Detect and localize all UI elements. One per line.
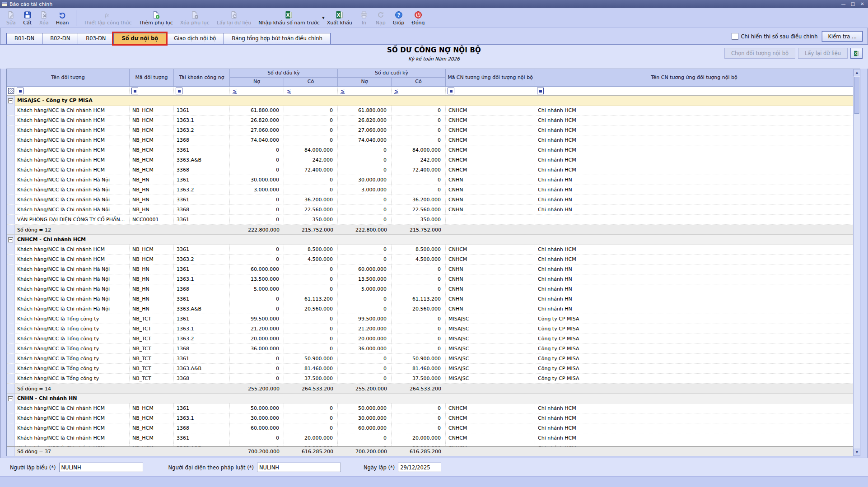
filter-button-icon[interactable] (448, 88, 454, 94)
filter-funnel-icon[interactable] (8, 88, 14, 94)
close-button[interactable]: ✕ (859, 1, 866, 7)
toolbar-button-cat[interactable]: Cất (19, 9, 36, 27)
tab-2[interactable]: B02-DN (42, 33, 78, 44)
maximize-button[interactable]: □ (849, 1, 857, 7)
filter-operator-icon[interactable]: ≤ (341, 88, 345, 94)
table-row[interactable]: Khách hàng/NCC là Chi nhánh HCMNB_HCM136… (7, 404, 853, 413)
export-excel-button[interactable]: X (850, 48, 863, 59)
tab-5[interactable]: Giao dịch nội bộ (166, 33, 224, 44)
checkbox-icon[interactable] (732, 33, 738, 40)
table-row[interactable]: Khách hàng/NCC là Chi nhánh Hà NộiNB_HN1… (7, 185, 853, 195)
table-row[interactable]: Khách hàng/NCC là Chi nhánh HCMNB_HCM136… (7, 423, 853, 433)
cell-no-cuoi-ky: 13.500.000 (338, 274, 392, 284)
cell-ten-doi-tuong: Khách hàng/NCC là Chi nhánh Hà Nội (15, 304, 130, 314)
toolbar-button-xuat-khau[interactable]: XXuất khẩu (323, 9, 356, 27)
column-header-ten-cn[interactable]: Tên CN tương ứng đối tượng nội bộ (535, 69, 853, 86)
footer-input-nguoi-dai-dien[interactable] (257, 463, 341, 472)
column-header-co-dau[interactable]: Có (284, 78, 338, 86)
table-row[interactable]: Khách hàng/NCC là Tổng công tyNB_TCT3368… (7, 374, 853, 384)
column-header-no-dau[interactable]: Nợ (230, 78, 284, 86)
cell-ten-cn: Chi nhánh HCM (535, 155, 853, 165)
table-row[interactable]: Khách hàng/NCC là Chi nhánh HCMNB_HCM136… (7, 106, 853, 116)
check-button[interactable]: Kiểm tra ... (822, 31, 863, 42)
minimize-button[interactable]: — (840, 1, 847, 7)
adjusted-only-checkbox[interactable]: Chỉ hiển thị số sau điều chỉnh (732, 33, 818, 40)
filter-button-icon[interactable] (17, 88, 23, 94)
filter-operator-icon[interactable]: ≤ (233, 88, 237, 94)
cell-tai-khoan: 3368 (174, 165, 230, 175)
table-row[interactable]: Khách hàng/NCC là Chi nhánh HCMNB_HCM136… (7, 135, 853, 145)
table-row[interactable]: Khách hàng/NCC là Chi nhánh HCMNB_HCM136… (7, 116, 853, 125)
cell-no-dau-ky: 74.040.000 (230, 135, 284, 145)
filter-button-icon[interactable] (131, 88, 138, 94)
vertical-scrollbar[interactable]: ▲ ▼ (853, 69, 860, 456)
filter-operator-icon[interactable]: ≤ (287, 88, 291, 94)
table-row[interactable]: Khách hàng/NCC là Tổng công tyNB_TCT1368… (7, 344, 853, 354)
column-header-tai-khoan[interactable]: Tài khoản công nợ (174, 69, 230, 86)
collapse-icon[interactable]: − (8, 237, 13, 242)
toolbar-button-hoan[interactable]: Hoãn (52, 9, 73, 27)
cell-ma-doi-tuong: NB_HCM (130, 255, 174, 264)
collapse-icon[interactable]: − (8, 396, 13, 401)
column-header-ma-doi-tuong[interactable]: Mã đối tượng (130, 69, 174, 86)
toolbar-button-dong[interactable]: Đóng (408, 9, 428, 27)
filter-button-icon[interactable] (537, 88, 544, 94)
cell-no-cuoi-ky: 0 (338, 205, 392, 214)
scroll-up-icon[interactable]: ▲ (854, 69, 860, 76)
table-row[interactable]: Khách hàng/NCC là Chi nhánh Hà NộiNB_HN1… (7, 175, 853, 185)
group-row[interactable]: −MISAJSC - Công ty CP MISA (7, 96, 853, 106)
tab-4[interactable]: Số dư nội bộ (113, 33, 166, 44)
group-row[interactable]: −CNHN - Chi nhánh HN (7, 394, 853, 404)
table-row[interactable]: Khách hàng/NCC là Chi nhánh HCMNB_HCM336… (7, 433, 853, 443)
column-header-ma-cn[interactable]: Mã CN tương ứng đối tượng nội bộ (446, 69, 535, 86)
help-icon: ? (395, 11, 403, 19)
column-header-ten-doi-tuong[interactable]: Tên đối tượng (7, 69, 130, 86)
toolbar-button-them-phu-luc[interactable]: Thêm phụ lục (135, 9, 177, 27)
table-row[interactable]: Khách hàng/NCC là Tổng công tyNB_TCT1363… (7, 334, 853, 344)
column-header-so-du-dau-ky[interactable]: Số dư đầu kỳ (230, 69, 338, 78)
table-row[interactable]: Khách hàng/NCC là Chi nhánh HCMNB_HCM336… (7, 145, 853, 155)
column-header-so-du-cuoi-ky[interactable]: Số dư cuối kỳ (338, 69, 446, 78)
group-row[interactable]: −CNHCM - Chi nhánh HCM (7, 235, 853, 245)
cell-ma-cn: CNHCM (446, 116, 535, 125)
table-row[interactable]: Khách hàng/NCC là Chi nhánh HCMNB_HCM336… (7, 443, 853, 446)
table-row[interactable]: Khách hàng/NCC là Tổng công tyNB_TCT3363… (7, 364, 853, 374)
tab-6[interactable]: Bảng tổng hợp bút toán điều chỉnh (224, 33, 330, 44)
table-row[interactable]: Khách hàng/NCC là Chi nhánh HCMNB_HCM136… (7, 413, 853, 423)
table-row[interactable]: Khách hàng/NCC là Tổng công tyNB_TCT3361… (7, 354, 853, 364)
table-row[interactable]: Khách hàng/NCC là Chi nhánh Hà NộiNB_HN3… (7, 304, 853, 314)
table-row[interactable]: Khách hàng/NCC là Chi nhánh Hà NộiNB_HN3… (7, 294, 853, 304)
table-row[interactable]: Khách hàng/NCC là Tổng công tyNB_TCT1363… (7, 324, 853, 334)
toolbar-button-giup[interactable]: ?Giúp (389, 9, 408, 27)
table-row[interactable]: Khách hàng/NCC là Chi nhánh HCMNB_HCM336… (7, 255, 853, 264)
table-row[interactable]: VĂN PHÒNG ĐẠI DIỆN CÔNG TY CỔ PHẦN...NCC… (7, 215, 853, 225)
toolbar-button-nhap-khau-so-nam-truoc[interactable]: XNhập khẩu số năm trước▼ (255, 9, 323, 27)
table-row[interactable]: Khách hàng/NCC là Chi nhánh Hà NộiNB_HN3… (7, 195, 853, 205)
table-row[interactable]: Khách hàng/NCC là Chi nhánh HCMNB_HCM336… (7, 155, 853, 165)
table-row[interactable]: Khách hàng/NCC là Tổng công tyNB_TCT1361… (7, 314, 853, 324)
filter-button-icon[interactable] (176, 88, 182, 94)
scrollbar-thumb[interactable] (854, 77, 859, 114)
cell-tai-khoan: 3363.A&B (174, 364, 230, 373)
scroll-down-icon[interactable]: ▼ (854, 449, 860, 456)
filter-operator-icon[interactable]: ≤ (394, 88, 398, 94)
footer-input-nguoi-lap-bieu[interactable] (59, 463, 143, 472)
column-header-co-cuoi[interactable]: Có (392, 78, 446, 86)
cell-ma-cn: CNHCM (446, 443, 535, 446)
table-row[interactable]: Khách hàng/NCC là Chi nhánh HCMNB_HCM136… (7, 125, 853, 135)
select-internal-object-button[interactable]: Chọn đối tượng nội bộ (724, 48, 795, 59)
reload-data-button[interactable]: Lấy lại dữ liệu (798, 48, 848, 59)
tab-1[interactable]: B01-DN (6, 33, 42, 44)
table-row[interactable]: Khách hàng/NCC là Chi nhánh Hà NộiNB_HN1… (7, 284, 853, 294)
table-row[interactable]: Khách hàng/NCC là Chi nhánh Hà NộiNB_HN1… (7, 274, 853, 284)
collapse-icon[interactable]: − (8, 98, 13, 103)
table-row[interactable]: Khách hàng/NCC là Chi nhánh HCMNB_HCM336… (7, 245, 853, 255)
cell-ten-cn: Chi nhánh HN (535, 185, 853, 195)
cell-ten-doi-tuong: Khách hàng/NCC là Tổng công ty (15, 334, 130, 343)
table-row[interactable]: Khách hàng/NCC là Chi nhánh Hà NộiNB_HN1… (7, 264, 853, 274)
tab-3[interactable]: B03-DN (78, 33, 114, 44)
footer-input-ngay-lap[interactable] (398, 463, 441, 472)
column-header-no-cuoi[interactable]: Nợ (338, 78, 392, 86)
table-row[interactable]: Khách hàng/NCC là Chi nhánh Hà NộiNB_HN3… (7, 205, 853, 215)
table-row[interactable]: Khách hàng/NCC là Chi nhánh HCMNB_HCM336… (7, 165, 853, 175)
